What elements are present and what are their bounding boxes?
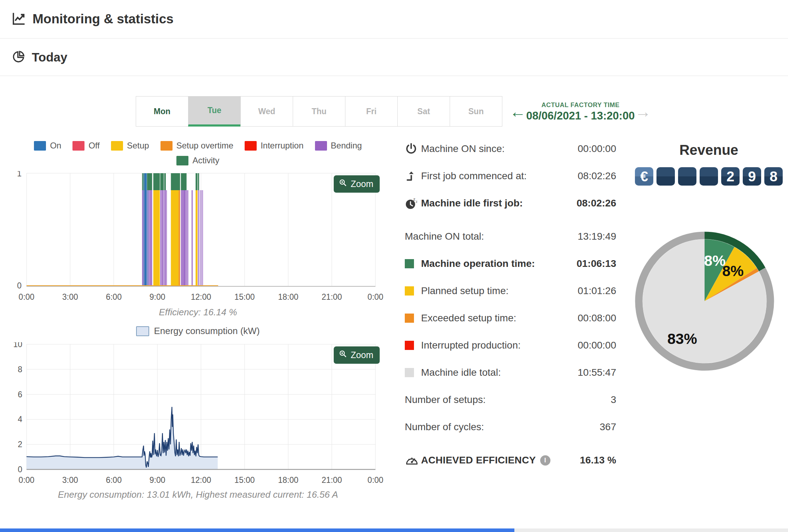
status-chart-legend: OnOffSetupSetup overtimeInterruptionBend…	[11, 141, 385, 151]
stat-value: 10:55:47	[578, 367, 616, 378]
section-title: Today	[32, 50, 67, 64]
svg-text:6:00: 6:00	[106, 475, 122, 485]
pie-label: 8%	[722, 263, 744, 279]
legend-item-setup-overtime[interactable]: Setup overtime	[160, 141, 233, 151]
stat-value: 00:08:00	[578, 312, 616, 324]
legend-item-interruption[interactable]: Interruption	[245, 141, 303, 151]
stat-label: Machine operation time:	[421, 258, 577, 269]
legend-label: On	[50, 141, 61, 151]
svg-text:15:00: 15:00	[234, 292, 255, 302]
svg-text:0:00: 0:00	[368, 292, 384, 302]
zoom-button-status-chart[interactable]: Zoom	[334, 175, 380, 193]
day-tabs: MonTueWedThuFriSatSun	[136, 96, 502, 127]
section-header: Today	[0, 39, 788, 76]
stats-panel: Machine ON since:00:00:00First job comme…	[405, 141, 616, 480]
stat-row: Planned setup time:01:01:26	[405, 283, 616, 298]
stat-row: Achieved efficiencyi16.13 %	[405, 453, 616, 468]
stat-value: 367	[600, 421, 616, 433]
svg-text:0: 0	[17, 281, 22, 290]
stat-label-text: Machine ON total:	[405, 231, 484, 242]
energy-chart-svg[interactable]: 02468100:003:006:009:0012:0015:0018:0021…	[11, 342, 385, 485]
stat-label-text: Machine operation time:	[421, 258, 535, 269]
revenue-digit-cell	[678, 167, 696, 186]
zoom-button-energy-chart[interactable]: Zoom	[334, 346, 380, 364]
legend-label: Activity	[192, 156, 219, 165]
stat-value: 13:19:49	[578, 231, 616, 242]
svg-text:6:00: 6:00	[106, 292, 122, 302]
legend-label: Interruption	[261, 141, 303, 151]
energy-legend-chip	[136, 326, 149, 336]
legend-color-chip	[315, 141, 327, 151]
tab-thu[interactable]: Thu	[293, 96, 345, 127]
energy-chart-legend[interactable]: Energy consumption (kW)	[11, 326, 385, 337]
pie-chart-icon	[11, 49, 26, 65]
revenue-digit-cell: 9	[743, 167, 761, 186]
stat-value: 00:00:00	[578, 143, 616, 154]
svg-text:21:00: 21:00	[322, 475, 342, 485]
energy-chart: 02468100:003:006:009:0012:0015:0018:0021…	[11, 342, 385, 486]
legend-item-setup[interactable]: Setup	[111, 141, 149, 151]
idle-icon: zz	[405, 197, 421, 210]
legend-label: Bending	[331, 141, 362, 151]
stat-value: 16.13 %	[580, 455, 616, 466]
energy-legend-label: Energy consumption (kW)	[154, 326, 259, 337]
stat-label: Machine ON total:	[405, 231, 578, 242]
stat-color-swatch	[405, 259, 414, 268]
info-icon[interactable]: i	[540, 455, 550, 466]
stat-label-text: Machine idle first job:	[421, 198, 523, 209]
monitoring-dashboard: Monitoring & statistics Today MonTueWedT…	[0, 0, 788, 532]
charts-column: OnOffSetupSetup overtimeInterruptionBend…	[11, 141, 385, 500]
legend-item-off[interactable]: Off	[72, 141, 100, 151]
stat-row: Machine ON since:00:00:00	[405, 141, 616, 156]
stat-label: Planned setup time:	[421, 285, 578, 297]
stat-label: Number of setups:	[405, 394, 611, 405]
revenue-panel: Revenue €298	[635, 142, 783, 186]
revenue-title: Revenue	[635, 142, 783, 158]
stat-label-text: First job commenced at:	[421, 170, 527, 181]
status-chart-svg[interactable]: 100:003:006:009:0012:0015:0018:0021:000:…	[11, 171, 385, 303]
legend-item-bending[interactable]: Bending	[315, 141, 362, 151]
legend-item-on[interactable]: On	[34, 141, 61, 151]
horizontal-scrollbar-thumb[interactable]	[0, 528, 514, 532]
zoom-button-label: Zoom	[351, 179, 373, 189]
legend-color-chip	[160, 141, 173, 151]
stat-row: Exceeded setup time:00:08:00	[405, 311, 616, 326]
pie-label: 83%	[667, 331, 697, 347]
stat-value: 01:06:13	[577, 258, 616, 269]
tab-wed[interactable]: Wed	[240, 96, 293, 127]
stat-row: Machine idle total:10:55:47	[405, 365, 616, 380]
tab-sat[interactable]: Sat	[397, 96, 450, 127]
stat-label: Interrupted production:	[421, 340, 578, 351]
tab-mon[interactable]: Mon	[136, 96, 188, 127]
tab-fri[interactable]: Fri	[345, 96, 398, 127]
stat-row: zzMachine idle first job:08:02:26	[405, 196, 616, 211]
status-chart-legend-row2: Activity	[11, 156, 385, 165]
legend-label: Setup	[127, 141, 149, 151]
tab-tue[interactable]: Tue	[188, 96, 241, 127]
arrow-left-icon[interactable]: ←	[510, 104, 526, 120]
stat-row: Machine operation time:01:06:13	[405, 256, 616, 271]
tab-sun[interactable]: Sun	[450, 96, 502, 127]
stat-color-swatch	[405, 368, 414, 377]
power-icon	[405, 142, 421, 155]
svg-text:4: 4	[18, 415, 22, 424]
factory-time-value: 08/06/2021 - 13:20:00	[526, 110, 635, 122]
stat-label: Achieved efficiencyi	[421, 455, 580, 466]
status-chart: 100:003:006:009:0012:0015:0018:0021:000:…	[11, 171, 385, 304]
stat-row: First job commenced at:08:02:26	[405, 169, 616, 183]
legend-item-activity[interactable]: Activity	[176, 156, 219, 165]
svg-text:21:00: 21:00	[322, 292, 342, 302]
magnifier-plus-icon	[339, 350, 347, 360]
legend-label: Setup overtime	[176, 141, 233, 151]
efficiency-caption: Efficiency: 16.14 %	[11, 307, 385, 318]
factory-time-nav: ← ACTUAL FACTORY TIME 08/06/2021 - 13:20…	[510, 98, 651, 126]
revenue-digit-cell	[700, 167, 718, 186]
stat-label: Machine ON since:	[421, 143, 578, 154]
stat-label-text: Number of setups:	[405, 394, 486, 405]
stat-value: 08:02:26	[578, 170, 616, 182]
page-title: Monitoring & statistics	[33, 12, 174, 27]
stat-row: Number of cycles:367	[405, 420, 616, 434]
time-distribution-pie[interactable]: 8%8%83%	[634, 230, 775, 372]
stat-value: 08:02:26	[577, 198, 616, 209]
svg-text:12:00: 12:00	[191, 475, 211, 485]
